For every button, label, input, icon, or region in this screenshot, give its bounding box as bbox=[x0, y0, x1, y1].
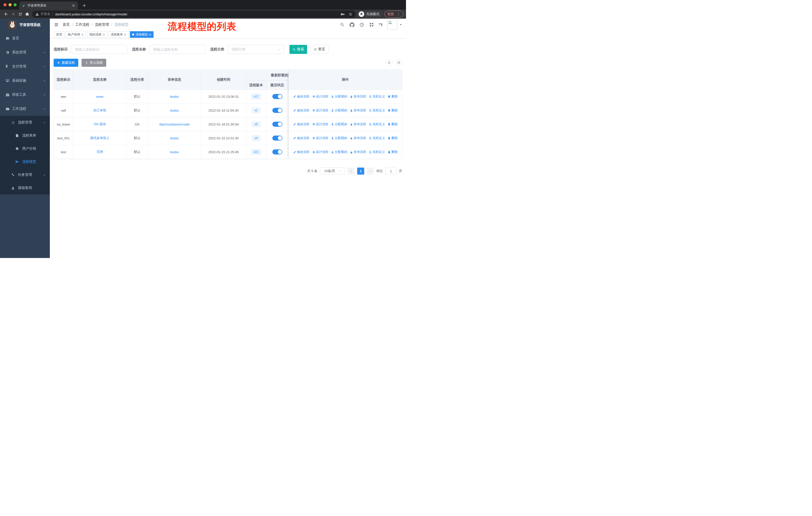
browser-update-button[interactable]: 更新 ⋮ bbox=[384, 10, 404, 18]
bookmark-star-icon[interactable] bbox=[348, 12, 353, 17]
version-badge[interactable]: v2 bbox=[252, 108, 260, 113]
sidebar-item-devtools[interactable]: 研发工具 bbox=[0, 88, 50, 102]
sidebar-item-leave-query[interactable]: 请假查询 bbox=[0, 182, 50, 194]
show-search-icon-button[interactable] bbox=[386, 59, 393, 66]
edit-process-action[interactable]: 修改流程 bbox=[293, 122, 310, 127]
process-name-input[interactable] bbox=[149, 45, 206, 54]
refresh-icon-button[interactable] bbox=[395, 59, 402, 66]
edit-process-action[interactable]: 修改流程 bbox=[293, 108, 310, 113]
publish-process-action[interactable]: 发布流程 bbox=[350, 108, 366, 113]
sidebar-item-process-form[interactable]: 流程表单 bbox=[0, 129, 50, 142]
sidebar-item-infrastructure[interactable]: 基础设施 bbox=[0, 74, 50, 88]
github-icon[interactable] bbox=[350, 22, 354, 27]
address-bar[interactable]: 不安全 dashboard.yudao.iocoder.cn/bpm/manag… bbox=[32, 10, 356, 18]
security-label[interactable]: 不安全 bbox=[40, 12, 50, 17]
home-icon[interactable] bbox=[24, 10, 31, 18]
design-process-action[interactable]: 设计流程 bbox=[312, 136, 328, 140]
close-icon[interactable] bbox=[149, 33, 151, 36]
form-info-link[interactable]: /bpm/oa/leave/create bbox=[159, 123, 190, 126]
process-definition-action[interactable]: 流程定义 bbox=[369, 108, 385, 113]
active-toggle[interactable] bbox=[272, 150, 283, 155]
sidebar-item-home[interactable]: 首页 bbox=[0, 31, 50, 45]
reload-icon[interactable] bbox=[17, 10, 24, 18]
page-number-current[interactable]: 1 bbox=[357, 167, 364, 174]
sidebar-item-user-group[interactable]: 用户分组 bbox=[0, 142, 50, 155]
close-window-button[interactable] bbox=[3, 3, 6, 6]
prev-page-button[interactable] bbox=[348, 167, 355, 174]
design-process-action[interactable]: 设计流程 bbox=[312, 108, 328, 113]
publish-process-action[interactable]: 发布流程 bbox=[350, 136, 366, 140]
close-icon[interactable] bbox=[124, 33, 126, 36]
goto-page-input[interactable] bbox=[385, 167, 397, 174]
process-name-link[interactable]: 自己审批 bbox=[93, 108, 107, 113]
minimize-window-button[interactable] bbox=[8, 3, 11, 6]
edit-process-action[interactable]: 修改流程 bbox=[293, 136, 310, 140]
form-info-link[interactable]: biubiu bbox=[170, 150, 179, 154]
help-icon[interactable] bbox=[359, 22, 364, 27]
version-badge[interactable]: v5 bbox=[252, 121, 260, 127]
assign-rule-action[interactable]: 分配规则 bbox=[331, 150, 347, 154]
tag-process-form[interactable]: 流程表单 bbox=[109, 31, 128, 38]
avatar-caret-icon[interactable] bbox=[400, 23, 402, 26]
next-page-button[interactable] bbox=[367, 167, 374, 174]
tag-process-model[interactable]: 流程模型 bbox=[130, 31, 153, 38]
process-name-link[interactable]: eeee bbox=[96, 95, 104, 99]
sidebar-item-task-management[interactable]: 任务管理 bbox=[0, 168, 50, 182]
browser-menu-icon[interactable]: ⋮ bbox=[397, 12, 401, 16]
url-text[interactable]: dashboard.yudao.iocoder.cn/bpm/manager/m… bbox=[55, 12, 127, 16]
version-badge[interactable]: v17 bbox=[251, 94, 261, 99]
close-icon[interactable] bbox=[81, 33, 84, 36]
design-process-action[interactable]: 设计流程 bbox=[312, 150, 328, 154]
process-name-link[interactable]: OA 请假 bbox=[94, 122, 106, 127]
search-button[interactable]: 搜索 bbox=[289, 45, 307, 54]
tag-home[interactable]: 首页 bbox=[54, 31, 64, 38]
fullscreen-icon[interactable] bbox=[369, 22, 374, 27]
window-controls[interactable] bbox=[3, 3, 17, 6]
breadcrumb-item[interactable]: 流程管理 bbox=[95, 22, 109, 27]
process-definition-action[interactable]: 流程定义 bbox=[369, 122, 385, 127]
hamburger-icon[interactable] bbox=[54, 22, 59, 27]
font-size-icon[interactable]: TT bbox=[379, 23, 383, 27]
process-name-link[interactable]: 测试多审批人 bbox=[90, 136, 110, 140]
assign-rule-action[interactable]: 分配规则 bbox=[331, 122, 347, 127]
back-icon[interactable] bbox=[2, 10, 9, 18]
delete-action[interactable]: 删除 bbox=[388, 94, 398, 99]
active-toggle[interactable] bbox=[272, 108, 283, 113]
active-toggle[interactable] bbox=[272, 136, 283, 141]
process-name-link[interactable]: 滔博 bbox=[97, 150, 103, 154]
category-select[interactable]: 流程分类 bbox=[227, 45, 284, 54]
breadcrumb-item[interactable]: 首页 bbox=[63, 22, 70, 27]
sidebar-item-workflow[interactable]: 工作流程 bbox=[0, 102, 50, 116]
publish-process-action[interactable]: 发布流程 bbox=[350, 122, 366, 127]
delete-action[interactable]: 删除 bbox=[388, 150, 398, 154]
publish-process-action[interactable]: 发布流程 bbox=[350, 94, 366, 99]
delete-action[interactable]: 删除 bbox=[388, 122, 398, 127]
form-info-link[interactable]: biubiu bbox=[170, 136, 179, 140]
process-definition-action[interactable]: 流程定义 bbox=[369, 94, 385, 99]
app-logo[interactable]: 芋道管理系统 bbox=[0, 19, 50, 31]
breadcrumb-item[interactable]: 工作流程 bbox=[75, 22, 89, 27]
edit-process-action[interactable]: 修改流程 bbox=[293, 94, 310, 99]
zoom-window-button[interactable] bbox=[13, 3, 17, 6]
sidebar-item-process-model[interactable]: 流程模型 bbox=[0, 155, 50, 168]
sidebar-item-process-management[interactable]: 流程管理 bbox=[0, 116, 50, 129]
delete-action[interactable]: 删除 bbox=[388, 136, 398, 140]
form-info-link[interactable]: biubiu bbox=[170, 95, 179, 99]
import-process-button[interactable]: 导入流程 bbox=[82, 59, 106, 67]
version-badge[interactable]: v4 bbox=[252, 135, 260, 141]
assign-rule-action[interactable]: 分配规则 bbox=[331, 136, 347, 140]
update-label[interactable]: 更新 bbox=[387, 12, 394, 17]
header-search-icon[interactable] bbox=[340, 22, 345, 27]
delete-action[interactable]: 删除 bbox=[388, 108, 398, 113]
avatar[interactable] bbox=[387, 20, 398, 30]
password-key-icon[interactable] bbox=[341, 12, 345, 17]
design-process-action[interactable]: 设计流程 bbox=[312, 122, 328, 127]
assign-rule-action[interactable]: 分配规则 bbox=[331, 94, 347, 99]
forward-icon[interactable] bbox=[9, 10, 17, 18]
browser-tab[interactable]: 芋道管理系统 bbox=[19, 1, 78, 9]
create-process-button[interactable]: 新建流程 bbox=[54, 59, 78, 67]
active-toggle[interactable] bbox=[272, 122, 283, 127]
tag-my-process[interactable]: 我的流程 bbox=[87, 31, 107, 38]
sidebar-item-payment[interactable]: ¥ 支付管理 bbox=[0, 59, 50, 74]
form-info-link[interactable]: biubiu bbox=[170, 109, 179, 112]
